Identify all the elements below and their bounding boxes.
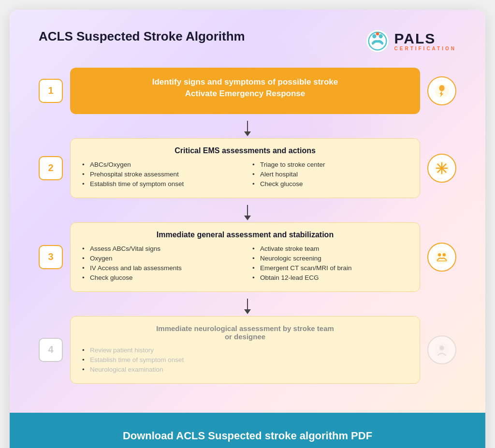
svg-point-17 [439, 346, 444, 350]
svg-point-2 [372, 34, 376, 38]
step-number-2: 2 [39, 156, 63, 180]
step-2-title: Critical EMS assessments and actions [82, 146, 408, 155]
list-item: Establish time of symptom onset [82, 356, 408, 363]
step-row-3: 3 Immediate general assessment and stabi… [39, 222, 456, 292]
step-4-title: Immediate neurological assessment by str… [82, 324, 408, 341]
step-1-icon-circle [427, 76, 456, 105]
step-row-4: 4 Immediate neurological assessment by s… [39, 316, 456, 384]
step-3-title: Immediate general assessment and stabili… [82, 231, 408, 239]
list-item: Assess ABCs/Vital signs [82, 245, 238, 252]
footer-banner: Download ACLS Suspected stroke algorithm… [10, 413, 485, 448]
step-3-list-2: Activate stroke team Neurologic screenin… [252, 245, 408, 281]
main-content: ACLS Suspected Stroke Algorithm PALS [10, 10, 485, 413]
step-row-1: 1 Identify signs and symptoms of possibl… [39, 68, 456, 114]
list-item: Emergent CT scan/MRI of brain [252, 264, 408, 272]
step-1-content: Identify signs and symptoms of possible … [70, 68, 456, 114]
team-icon [434, 249, 450, 265]
step-number-1: 1 [39, 79, 63, 103]
step-1-title: Identify signs and symptoms of possible … [99, 76, 391, 100]
list-item: IV Access and lab assessments [82, 264, 238, 272]
step-2-icon-circle [427, 154, 456, 183]
svg-point-12 [435, 250, 449, 264]
list-item: Neurological examination [82, 366, 408, 373]
step-box-3: Immediate general assessment and stabili… [70, 222, 420, 292]
step-2-content: Critical EMS assessments and actions ABC… [70, 138, 456, 198]
logo-area: PALS CERTIFICATION [365, 29, 456, 53]
arrow-2 [39, 203, 456, 222]
step-row-2: 2 Critical EMS assessments and actions A… [39, 138, 456, 198]
steps-container: 1 Identify signs and symptoms of possibl… [39, 68, 456, 389]
step-4-cols: Review patient history Establish time of… [82, 347, 408, 376]
step-4-content: Immediate neurological assessment by str… [70, 316, 456, 384]
logo-cert-text: CERTIFICATION [394, 46, 456, 51]
footer-title: Download ACLS Suspected stroke algorithm… [39, 430, 456, 442]
page-title: ACLS Suspected Stroke Algorithm [39, 29, 245, 44]
step-number-3: 3 [39, 245, 63, 269]
svg-point-4 [376, 32, 379, 36]
step-2-list-1: ABCs/Oxygen Prehospital stroke assessmen… [82, 161, 238, 188]
list-item: Activate stroke team [252, 245, 408, 252]
step-2-col-2: Triage to stroke center Alert hospital C… [252, 161, 408, 190]
step-3-col-1: Assess ABCs/Vital signs Oxygen IV Access… [82, 245, 238, 284]
list-item: Alert hospital [252, 171, 408, 178]
step-3-col-2: Activate stroke team Neurologic screenin… [252, 245, 408, 284]
step-number-4: 4 [39, 338, 63, 362]
logo-pals-text: PALS [394, 31, 436, 46]
list-item: Oxygen [82, 255, 238, 262]
list-item: Triage to stroke center [252, 161, 408, 168]
step-3-cols: Assess ABCs/Vital signs Oxygen IV Access… [82, 245, 408, 284]
step-2-cols: ABCs/Oxygen Prehospital stroke assessmen… [82, 161, 408, 190]
arrow-3 [39, 297, 456, 316]
step-box-4: Immediate neurological assessment by str… [70, 316, 420, 384]
step-3-content: Immediate general assessment and stabili… [70, 222, 456, 292]
step-4-col-1: Review patient history Establish time of… [82, 347, 408, 376]
emergency-icon [434, 83, 450, 99]
list-item: ABCs/Oxygen [82, 161, 238, 168]
svg-point-6 [439, 85, 444, 91]
header-row: ACLS Suspected Stroke Algorithm PALS [39, 29, 456, 53]
step-4-icon-circle [427, 335, 456, 364]
svg-point-3 [379, 34, 382, 38]
list-item: Establish time of symptom onset [82, 180, 238, 188]
step-box-2: Critical EMS assessments and actions ABC… [70, 138, 420, 198]
step-2-list-2: Triage to stroke center Alert hospital C… [252, 161, 408, 188]
asterisk-icon [434, 160, 450, 176]
step-3-icon-circle [427, 243, 456, 272]
list-item: Check glucose [252, 180, 408, 188]
list-item: Neurologic screening [252, 255, 408, 262]
pals-logo-icon [365, 29, 390, 53]
step-3-list-1: Assess ABCs/Vital signs Oxygen IV Access… [82, 245, 238, 281]
svg-point-14 [443, 253, 446, 256]
svg-point-13 [438, 253, 441, 256]
main-card: ACLS Suspected Stroke Algorithm PALS [10, 10, 485, 448]
list-item: Review patient history [82, 347, 408, 354]
arrow-1 [39, 119, 456, 138]
neuro-icon [434, 342, 450, 358]
step-box-1: Identify signs and symptoms of possible … [70, 68, 420, 114]
logo-text: PALS CERTIFICATION [394, 31, 456, 51]
step-4-list: Review patient history Establish time of… [82, 347, 408, 373]
list-item: Obtain 12-lead ECG [252, 274, 408, 281]
step-2-col-1: ABCs/Oxygen Prehospital stroke assessmen… [82, 161, 238, 190]
list-item: Check glucose [82, 274, 238, 281]
list-item: Prehospital stroke assessment [82, 171, 238, 178]
